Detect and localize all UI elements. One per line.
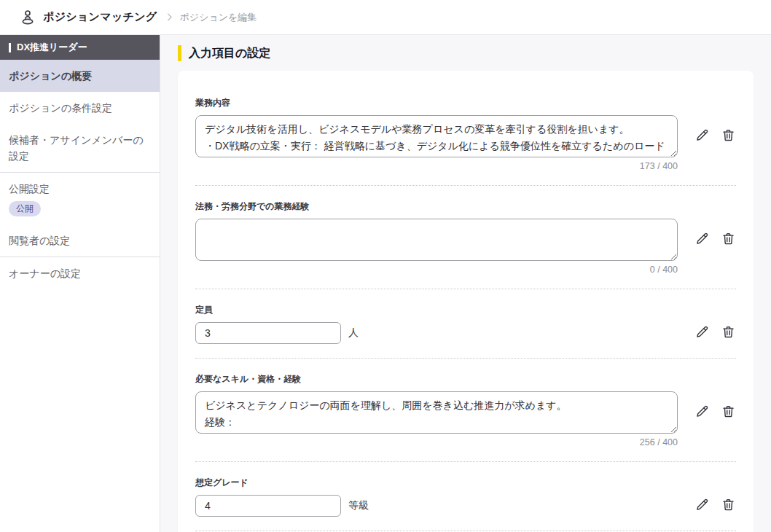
delete-field-button[interactable]: [721, 497, 736, 515]
sidebar-item[interactable]: 公開設定 公開: [0, 173, 160, 224]
pencil-icon: [694, 231, 710, 249]
sidebar-item[interactable]: 閲覧者の設定: [0, 224, 160, 257]
field-label: 必要なスキル・資格・経験: [195, 373, 736, 386]
pencil-icon: [694, 497, 710, 515]
pencil-icon: [694, 404, 710, 421]
trash-icon: [721, 404, 736, 421]
breadcrumb-current: ポジションを編集: [180, 11, 257, 24]
app-title[interactable]: ポジションマッチング: [43, 10, 157, 24]
edit-field-button[interactable]: [694, 324, 710, 342]
sidebar-item[interactable]: オーナーの設定: [0, 257, 160, 289]
sidebar: DX推進リーダー ポジションの概要 ポジションの条件設定 候補者・アサインメンバ…: [0, 35, 160, 532]
field-label: 業務内容: [195, 97, 736, 109]
char-counter: 256 / 400: [195, 437, 678, 447]
sidebar-item-label: オーナーの設定: [9, 265, 81, 281]
delete-field-button[interactable]: [721, 231, 736, 249]
section-accent-bar: [178, 45, 181, 61]
sidebar-item-label: 閲覧者の設定: [9, 232, 70, 249]
sidebar-item-label: 候補者・アサインメンバーの設定: [9, 132, 151, 164]
form-field-row: 定員 人: [195, 289, 736, 359]
trash-icon: [721, 231, 736, 249]
section-title: 入力項目の設定: [189, 46, 270, 61]
delete-field-button[interactable]: [721, 324, 736, 342]
field-unit-suffix: 人: [348, 326, 359, 340]
delete-field-button[interactable]: [721, 404, 736, 421]
fields-card: 業務内容: [178, 71, 754, 532]
section-heading: 入力項目の設定: [178, 45, 754, 61]
field-textarea[interactable]: [195, 391, 678, 434]
position-title-text: DX推進リーダー: [17, 42, 87, 53]
trash-icon: [721, 324, 736, 342]
form-field-row: 業務内容: [195, 97, 736, 186]
person-marker-icon: [19, 9, 36, 26]
field-label: 定員: [195, 304, 736, 316]
chevron-right-icon: [164, 12, 175, 23]
field-label: 想定グレード: [195, 477, 736, 489]
field-textarea[interactable]: [195, 115, 678, 157]
form-field-row: 必要なスキル・資格・経験: [195, 359, 736, 462]
sidebar-item-label: 公開設定: [9, 181, 50, 197]
title-accent-bar: [9, 43, 11, 52]
char-counter: 173 / 400: [195, 161, 678, 171]
sidebar-item-label: ポジションの概要: [9, 68, 92, 84]
sidebar-item[interactable]: 候補者・アサインメンバーの設定: [0, 124, 160, 173]
form-field-row: 法務・労務分野での業務経験: [195, 186, 736, 289]
edit-field-button[interactable]: [694, 231, 710, 249]
field-unit-suffix: 等級: [348, 499, 369, 512]
main-panel: 入力項目の設定 業務内容: [160, 35, 771, 532]
top-header: ポジションマッチング ポジションを編集: [0, 0, 771, 35]
char-counter: 0 / 400: [195, 265, 678, 275]
visibility-badge: 公開: [9, 201, 41, 216]
trash-icon: [721, 497, 736, 515]
trash-icon: [721, 128, 736, 145]
sidebar-item[interactable]: ポジションの条件設定: [0, 92, 160, 124]
form-field-row: 想定グレード 等級: [195, 462, 736, 531]
field-input[interactable]: [195, 495, 341, 517]
sidebar-nav: ポジションの概要 ポジションの条件設定 候補者・アサインメンバーの設定 公開設定…: [0, 60, 160, 289]
field-textarea[interactable]: [195, 219, 678, 261]
sidebar-item[interactable]: ポジションの概要: [0, 60, 160, 92]
field-input[interactable]: [195, 322, 341, 344]
sidebar-position-title: DX推進リーダー: [0, 35, 160, 60]
field-label: 法務・労務分野での業務経験: [195, 200, 736, 213]
edit-field-button[interactable]: [694, 497, 710, 515]
sidebar-item-label: ポジションの条件設定: [9, 100, 112, 116]
edit-field-button[interactable]: [694, 404, 710, 421]
pencil-icon: [694, 324, 710, 342]
edit-field-button[interactable]: [694, 128, 710, 145]
pencil-icon: [694, 128, 710, 145]
delete-field-button[interactable]: [721, 128, 736, 145]
